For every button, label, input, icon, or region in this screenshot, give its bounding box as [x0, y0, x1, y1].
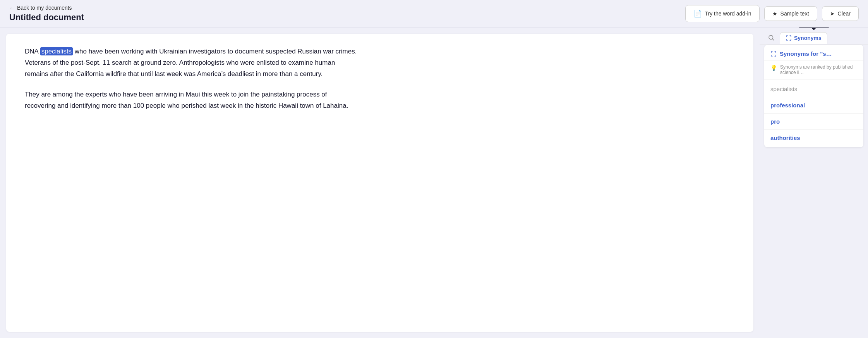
- synonym-title: Synonyms for "s…: [770, 50, 857, 57]
- text-before-highlight: DNA: [25, 48, 40, 55]
- word-addin-button[interactable]: 📄 Try the word add-in: [685, 5, 760, 22]
- top-bar: ← Back to my documents Untitled document…: [0, 0, 868, 28]
- synonym-word-1: specialists: [770, 86, 797, 92]
- synonyms-tab[interactable]: Synonyms: [780, 32, 827, 44]
- synonym-item-professional[interactable]: professional: [764, 97, 863, 114]
- clear-button[interactable]: ➤ Clear: [822, 6, 859, 21]
- word-icon: 📄: [693, 9, 702, 18]
- right-sidebar: Synonyms Synonyms Synonyms for "s… 💡 Sy: [760, 28, 868, 338]
- synonyms-tab-label: Synonyms: [794, 35, 822, 41]
- synonyms-for-text: Synonyms for "s…: [780, 50, 832, 57]
- toolbar-buttons: 📄 Try the word add-in ★ Sample text ➤ Cl…: [685, 5, 859, 22]
- sample-text-label: Sample text: [781, 10, 809, 17]
- paragraph-1: DNA specialists who have been working wi…: [25, 46, 358, 80]
- sample-text-button[interactable]: ★ Sample text: [764, 6, 817, 21]
- clear-icon: ➤: [830, 10, 835, 17]
- synonym-list: specialists professional pro authorities: [764, 79, 863, 147]
- synonym-desc-text: Synonyms are ranked by published science…: [780, 64, 857, 75]
- document-title: Untitled document: [9, 12, 84, 22]
- word-addin-label: Try the word add-in: [705, 10, 751, 17]
- highlighted-word[interactable]: specialists: [40, 47, 73, 55]
- main-layout: DNA specialists who have been working wi…: [0, 28, 868, 338]
- lightbulb-icon: 💡: [770, 65, 777, 71]
- synonym-word-4: authorities: [770, 135, 800, 141]
- synonyms-tab-container: Synonyms Synonyms: [780, 32, 827, 43]
- synonyms-icon: [770, 51, 777, 57]
- search-tab-icon[interactable]: [764, 31, 778, 45]
- svg-line-1: [772, 39, 774, 40]
- svg-point-0: [769, 35, 773, 40]
- synonyms-tooltip: Synonyms: [798, 28, 830, 28]
- back-link-label: Back to my documents: [17, 5, 72, 11]
- synonym-header: Synonyms for "s…: [764, 45, 863, 60]
- synonym-description: 💡 Synonyms are ranked by published scien…: [764, 60, 863, 79]
- synonym-word-2: professional: [770, 102, 805, 109]
- paragraph-2: They are among the experts who have been…: [25, 89, 358, 112]
- document-text: DNA specialists who have been working wi…: [25, 46, 358, 111]
- clear-label: Clear: [838, 10, 851, 17]
- document-area[interactable]: DNA specialists who have been working wi…: [6, 34, 753, 332]
- synonym-panel: Synonyms for "s… 💡 Synonyms are ranked b…: [764, 45, 863, 147]
- star-icon: ★: [772, 10, 777, 17]
- back-arrow-icon: ←: [9, 5, 15, 11]
- text-after-highlight: who have been working with Ukrainian inv…: [25, 48, 357, 78]
- synonym-word-3: pro: [770, 118, 780, 125]
- synonym-item-specialists[interactable]: specialists: [764, 81, 863, 97]
- back-link[interactable]: ← Back to my documents: [9, 5, 84, 11]
- synonym-item-pro[interactable]: pro: [764, 114, 863, 130]
- sidebar-tab-bar: Synonyms Synonyms: [760, 28, 868, 45]
- synonym-item-authorities[interactable]: authorities: [764, 130, 863, 146]
